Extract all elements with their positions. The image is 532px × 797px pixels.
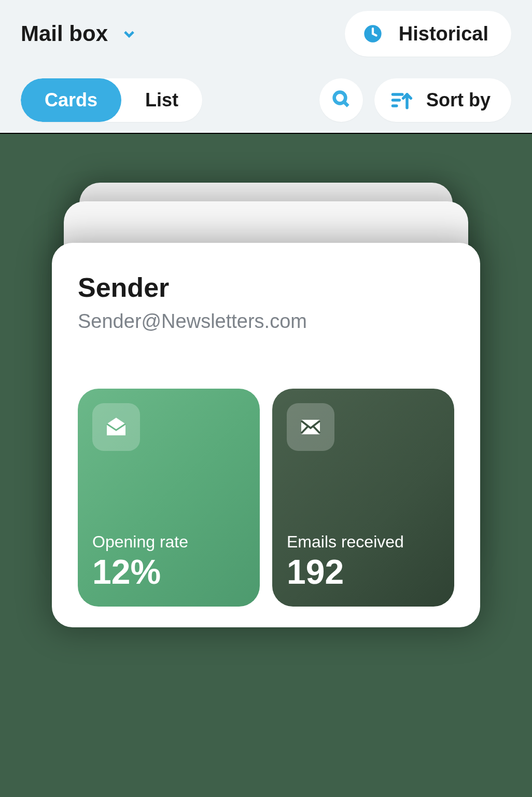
metric-value: 192 <box>287 555 440 589</box>
metric-emails-received-text: Emails received 192 <box>287 532 440 589</box>
svg-line-2 <box>344 102 348 106</box>
metric-value: 12% <box>92 555 245 589</box>
view-toggle-cards[interactable]: Cards <box>21 78 121 122</box>
sort-button[interactable]: Sort by <box>374 78 511 122</box>
search-icon <box>331 89 352 112</box>
card-stack: Sender Sender@Newsletters.com Opening ra… <box>52 243 480 627</box>
open-mail-icon <box>92 403 140 451</box>
mail-icon <box>287 403 334 451</box>
view-toggle-list-label: List <box>145 89 178 111</box>
clock-icon <box>362 23 383 44</box>
historical-button[interactable]: Historical <box>345 11 511 57</box>
top-bar-row-1: Mail box Historical <box>21 11 511 57</box>
chevron-down-icon <box>121 26 137 42</box>
top-bar-row-2-right: Sort by <box>319 78 511 122</box>
sort-label: Sort by <box>426 89 491 111</box>
card-title: Sender <box>78 272 454 303</box>
top-bar: Mail box Historical Cards List <box>0 0 532 134</box>
metric-emails-received[interactable]: Emails received 192 <box>272 389 454 607</box>
metric-label: Emails received <box>287 532 440 552</box>
metric-opening-rate-text: Opening rate 12% <box>92 532 245 589</box>
top-bar-row-2: Cards List <box>21 78 511 122</box>
metrics-row: Opening rate 12% Emails received 192 <box>78 389 454 607</box>
search-button[interactable] <box>319 78 363 122</box>
mailbox-selector[interactable]: Mail box <box>21 21 137 46</box>
view-toggle: Cards List <box>21 78 202 122</box>
mailbox-label: Mail box <box>21 21 108 46</box>
view-toggle-list[interactable]: List <box>121 78 202 122</box>
sender-card[interactable]: Sender Sender@Newsletters.com Opening ra… <box>52 243 480 627</box>
svg-point-1 <box>334 92 346 104</box>
metric-label: Opening rate <box>92 532 245 552</box>
view-toggle-cards-label: Cards <box>45 89 97 111</box>
historical-label: Historical <box>399 23 488 45</box>
sort-icon <box>390 89 413 112</box>
metric-opening-rate[interactable]: Opening rate 12% <box>78 389 260 607</box>
card-email: Sender@Newsletters.com <box>78 310 454 333</box>
